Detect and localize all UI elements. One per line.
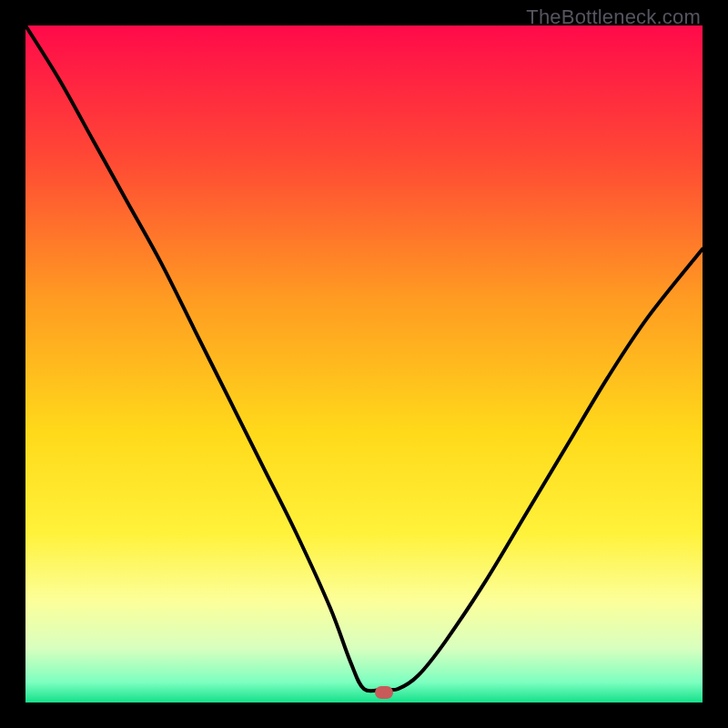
- gradient-background: [25, 25, 703, 703]
- plot-area: [25, 25, 703, 703]
- chart-canvas: [25, 25, 703, 703]
- chart-frame: TheBottleneck.com: [0, 0, 728, 728]
- optimum-marker: [375, 686, 393, 699]
